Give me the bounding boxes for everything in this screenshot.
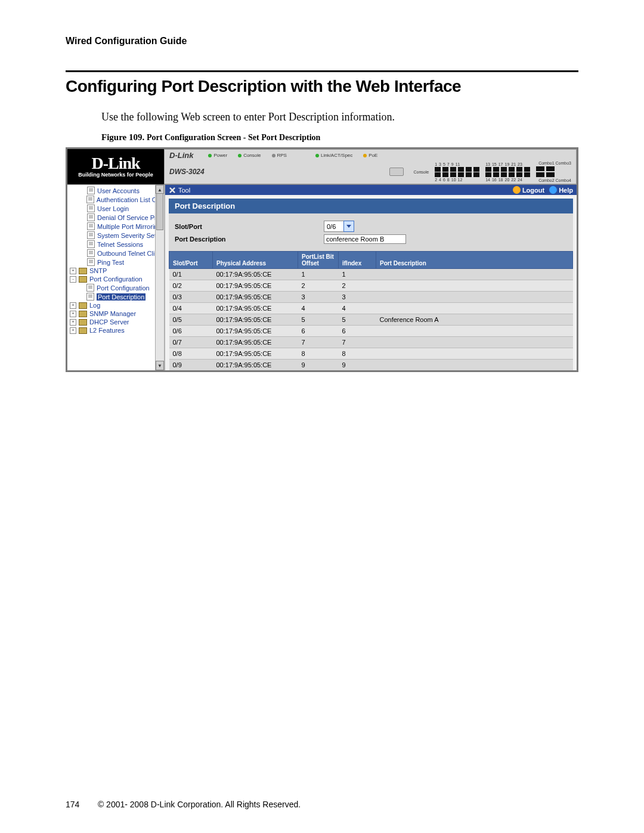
port-jack-icon	[435, 172, 441, 177]
table-cell: 1	[339, 269, 376, 280]
nav-item[interactable]: +DHCP Server	[70, 318, 164, 326]
led-console: Console	[238, 153, 261, 158]
table-cell: 0/3	[169, 292, 213, 303]
port-number: 5	[443, 162, 445, 166]
led-rps: RPS	[272, 153, 287, 158]
table-row[interactable]: 0/600:17:9A:95:05:CE66	[169, 326, 573, 337]
table-row[interactable]: 0/300:17:9A:95:05:CE33	[169, 292, 573, 303]
nav-item-label[interactable]: Denial Of Service Prot	[97, 214, 162, 221]
nav-item[interactable]: Authentication List Con	[70, 195, 164, 204]
table-cell: 3	[339, 292, 376, 303]
expand-icon[interactable]: +	[70, 302, 76, 309]
scroll-down-icon[interactable]: ▼	[156, 361, 164, 370]
console-port-icon	[389, 168, 404, 176]
nav-item[interactable]: -Port Configuration	[70, 275, 164, 283]
scroll-thumb[interactable]	[156, 193, 163, 230]
copyright: © 2001- 2008 D-Link Corporation. All Rig…	[98, 800, 301, 809]
port-description-input[interactable]	[324, 234, 406, 244]
table-cell: 8	[298, 348, 339, 360]
nav-item[interactable]: Denial Of Service Prot	[70, 213, 164, 222]
port-table: Slot/PortPhysical AddressPortList Bit Of…	[169, 251, 573, 370]
figure-label: Figure 109.	[101, 132, 144, 142]
nav-item-label[interactable]: Port Configuration	[97, 284, 150, 292]
nav-item[interactable]: Ping Test	[70, 258, 164, 267]
expand-icon[interactable]: -	[70, 276, 76, 283]
table-row[interactable]: 0/700:17:9A:95:05:CE77	[169, 337, 573, 348]
nav-item-label[interactable]: SNTP	[89, 267, 107, 274]
nav-item[interactable]: +SNMP Manager	[70, 309, 164, 318]
table-cell	[376, 269, 573, 280]
slot-port-select[interactable]: 0/6	[324, 221, 354, 232]
port-jack-icon	[501, 172, 507, 177]
logout-label: Logout	[522, 187, 544, 194]
nav-item-label[interactable]: DHCP Server	[89, 318, 129, 326]
table-row[interactable]: 0/200:17:9A:95:05:CE22	[169, 280, 573, 292]
port-jack-icon	[466, 167, 472, 172]
document-icon	[87, 205, 95, 212]
chevron-down-icon[interactable]	[343, 221, 354, 232]
nav-item-label[interactable]: Log	[89, 302, 100, 309]
help-label: Help	[559, 187, 573, 194]
nav-item-label[interactable]: L2 Features	[89, 327, 125, 334]
nav-item-label[interactable]: Telnet Sessions	[97, 241, 143, 248]
nav-item[interactable]: +SNTP	[70, 267, 164, 275]
tool-label[interactable]: Tool	[178, 187, 190, 194]
table-cell	[376, 348, 573, 360]
document-icon	[87, 240, 95, 248]
port-jack-icon	[450, 172, 456, 177]
nav-item[interactable]: User Accounts	[70, 186, 164, 195]
port-number: 6	[443, 178, 445, 182]
table-row[interactable]: 0/900:17:9A:95:05:CE99	[169, 360, 573, 371]
port-jack-icon	[485, 167, 491, 172]
logout-button[interactable]: Logout	[513, 186, 544, 194]
table-row[interactable]: 0/500:17:9A:95:05:CE55Conference Room A	[169, 314, 573, 326]
nav-item[interactable]: Telnet Sessions	[70, 240, 164, 249]
folder-icon	[79, 302, 87, 309]
port-jack-icon	[524, 167, 530, 172]
table-cell: 0/2	[169, 280, 213, 292]
nav-item-label[interactable]: Authentication List Con	[97, 196, 164, 203]
document-icon	[87, 258, 95, 266]
table-cell: 00:17:9A:95:05:CE	[213, 292, 298, 303]
nav-item[interactable]: +L2 Features	[70, 326, 164, 335]
table-header: PortList Bit Offset	[298, 252, 339, 269]
nav-item[interactable]: +Log	[70, 301, 164, 309]
table-cell: 0/4	[169, 303, 213, 314]
nav-scrollbar[interactable]: ▲ ▼	[155, 185, 164, 370]
expand-icon[interactable]: +	[70, 327, 76, 334]
port-number: 24	[518, 178, 522, 182]
table-row[interactable]: 0/400:17:9A:95:05:CE44	[169, 303, 573, 314]
device-model: DWS-3024	[169, 168, 205, 176]
nav-item-label[interactable]: Ping Test	[97, 259, 124, 266]
help-icon	[549, 186, 557, 194]
nav-item[interactable]: Outbound Telnet Clien	[70, 249, 164, 258]
nav-item[interactable]: Port Description	[70, 292, 164, 301]
nav-item-label[interactable]: User Accounts	[97, 187, 140, 194]
expand-icon[interactable]: +	[70, 319, 76, 326]
table-cell: 7	[339, 337, 376, 348]
nav-item-label[interactable]: Port Configuration	[89, 275, 143, 283]
help-button[interactable]: Help	[549, 186, 573, 194]
nav-item-label[interactable]: Outbound Telnet Clien	[97, 250, 162, 257]
scroll-up-icon[interactable]: ▲	[156, 185, 164, 194]
nav-item[interactable]: Port Configuration	[70, 283, 164, 292]
nav-item-label[interactable]: System Severity Settin	[97, 232, 163, 239]
nav-item-label[interactable]: User Login	[97, 205, 129, 212]
table-cell	[376, 303, 573, 314]
expand-icon[interactable]: +	[70, 268, 76, 274]
nav-item-label[interactable]: SNMP Manager	[89, 310, 136, 317]
expand-icon[interactable]: +	[70, 311, 76, 317]
port-jack-icon	[442, 167, 448, 172]
port-number: 16	[492, 178, 497, 182]
port-jack-icon	[473, 167, 479, 172]
nav-item[interactable]: System Severity Settin	[70, 231, 164, 240]
table-cell: 0/8	[169, 348, 213, 360]
table-row[interactable]: 0/100:17:9A:95:05:CE11	[169, 269, 573, 280]
table-cell: 0/7	[169, 337, 213, 348]
port-number: 2	[435, 178, 437, 182]
nav-item-label[interactable]: Multiple Port Mirroring	[97, 223, 162, 230]
nav-tree[interactable]: User AccountsAuthentication List ConUser…	[67, 185, 165, 370]
nav-item[interactable]: Multiple Port Mirroring	[70, 222, 164, 231]
nav-item[interactable]: User Login	[70, 204, 164, 213]
table-row[interactable]: 0/800:17:9A:95:05:CE88	[169, 348, 573, 360]
